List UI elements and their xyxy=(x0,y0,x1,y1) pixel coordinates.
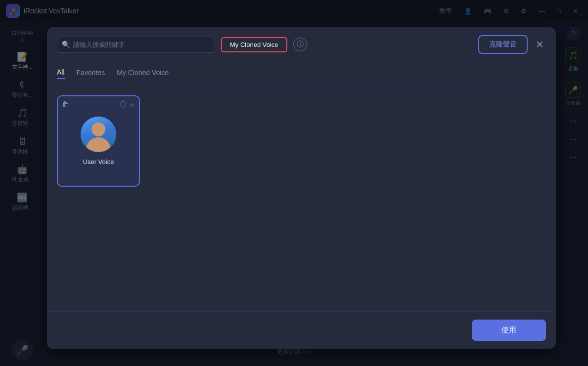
tab-all[interactable]: All xyxy=(57,68,65,79)
modal-close-button[interactable]: ✕ xyxy=(534,37,546,52)
search-input[interactable] xyxy=(57,37,215,53)
modal-body: 🗑 ⓘ ☆ User Voice xyxy=(47,85,556,311)
tab-favorites[interactable]: Favorites xyxy=(77,69,105,79)
active-tab-pill[interactable]: My Cloned Voice xyxy=(221,37,287,52)
trash-icon: 🗑 xyxy=(62,100,69,108)
avatar-face xyxy=(81,117,116,152)
use-button[interactable]: 使用 xyxy=(472,320,546,341)
search-icon: 🔍 xyxy=(62,41,70,48)
voice-star-button[interactable]: ☆ xyxy=(129,100,135,109)
modal-header: 🔍 My Cloned Voice ⓘ 克隆聲音 ✕ xyxy=(47,27,556,62)
voice-card-name: User Voice xyxy=(83,158,114,165)
tab-my-cloned-voice[interactable]: My Cloned Voice xyxy=(117,69,169,79)
modal-footer: 使用 xyxy=(47,311,556,349)
search-wrapper: 🔍 xyxy=(57,37,215,53)
info-button[interactable]: ⓘ xyxy=(293,38,307,51)
user-voice-avatar xyxy=(81,117,116,152)
delete-voice-button[interactable]: 🗑 xyxy=(62,100,69,108)
voice-card-user-voice[interactable]: 🗑 ⓘ ☆ User Voice xyxy=(57,95,140,187)
voice-select-modal: 🔍 My Cloned Voice ⓘ 克隆聲音 ✕ All Favorites… xyxy=(47,27,556,349)
modal-tabs: All Favorites My Cloned Voice xyxy=(47,62,556,85)
clone-voice-button[interactable]: 克隆聲音 xyxy=(478,35,528,54)
info-icon: ⓘ xyxy=(297,40,304,49)
voice-info-button[interactable]: ⓘ xyxy=(120,100,126,109)
voice-card-actions: ⓘ ☆ xyxy=(120,100,135,109)
